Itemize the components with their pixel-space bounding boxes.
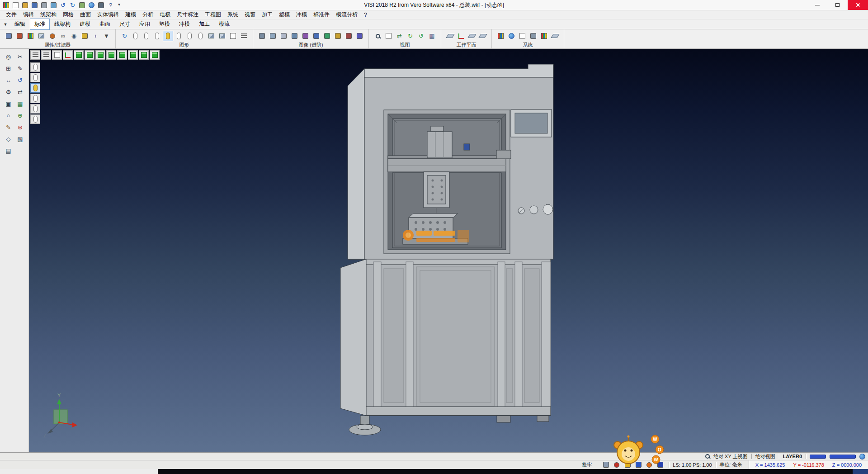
align-workplane-icon[interactable]: [467, 31, 477, 41]
magnet-icon[interactable]: [47, 31, 57, 41]
material-icon[interactable]: [344, 31, 354, 41]
tab-standard[interactable]: 标准: [30, 19, 50, 30]
advanced-display-icon[interactable]: [354, 31, 365, 41]
lock-toggle[interactable]: 拴牢: [579, 461, 594, 469]
tab-edit[interactable]: 编辑: [10, 19, 30, 30]
3d-viewport[interactable]: Y Z: [29, 49, 868, 452]
redo-icon[interactable]: ↻: [68, 1, 77, 9]
print-icon[interactable]: [40, 1, 48, 9]
minimize-button[interactable]: [807, 0, 827, 10]
workplane-axes-icon[interactable]: [456, 31, 466, 41]
filter-dims-icon[interactable]: [30, 114, 40, 124]
menu-die[interactable]: 冲模: [293, 10, 310, 19]
globe-icon[interactable]: [506, 31, 517, 41]
edit-icon[interactable]: ✎: [15, 63, 26, 74]
cylinder-filter-icon[interactable]: [130, 31, 141, 41]
menu-system[interactable]: 系统: [224, 10, 241, 19]
section-view-icon[interactable]: [289, 31, 300, 41]
machine-3d-model[interactable]: [29, 49, 868, 452]
tab-machining[interactable]: 加工: [194, 19, 214, 30]
world-icon[interactable]: [87, 1, 96, 9]
tab-die[interactable]: 冲模: [175, 19, 194, 30]
axonometric-view-icon[interactable]: [150, 50, 160, 60]
zoom-window-icon[interactable]: [383, 31, 394, 41]
filter-points-icon[interactable]: [30, 62, 40, 72]
solid-box-icon[interactable]: ▣: [3, 99, 14, 109]
close-button[interactable]: [848, 0, 868, 10]
move-icon[interactable]: ↔: [3, 75, 14, 85]
active-cylinder-filter-icon[interactable]: [163, 31, 173, 41]
display-settings-icon[interactable]: [517, 31, 528, 41]
undo-icon[interactable]: ↺: [15, 75, 26, 85]
paint-attributes-icon[interactable]: [80, 31, 90, 41]
rotate-view-icon[interactable]: ↻: [405, 31, 415, 41]
menu-solid-edit[interactable]: 实体编辑: [94, 10, 122, 19]
iso-view-icon[interactable]: [74, 50, 84, 60]
tab-mold[interactable]: 塑模: [155, 19, 175, 30]
properties-icon[interactable]: [4, 31, 14, 41]
taskbar-button[interactable]: [853, 469, 868, 474]
filter-options-icon[interactable]: ▼: [101, 31, 112, 41]
select-icon[interactable]: ◎: [3, 52, 14, 62]
cylinder-filter-icon[interactable]: [174, 31, 184, 41]
help-icon[interactable]: ?: [106, 1, 115, 9]
regen-icon[interactable]: ↻: [119, 31, 130, 41]
top-view-icon[interactable]: [85, 50, 94, 60]
menu-mold[interactable]: 塑模: [276, 10, 293, 19]
filter-meshes-icon[interactable]: [30, 104, 40, 114]
layer-filter-icon[interactable]: [36, 31, 47, 41]
entity-list-icon[interactable]: [41, 50, 51, 60]
shade-icon[interactable]: ▧: [15, 134, 26, 144]
menu-flow-analysis[interactable]: 模流分析: [333, 10, 361, 19]
open-file-icon[interactable]: [21, 1, 29, 9]
zoom-fit-icon[interactable]: [373, 31, 383, 41]
hidden-line-icon[interactable]: [278, 31, 289, 41]
wireframe-view-icon[interactable]: [268, 31, 278, 41]
tab-surface[interactable]: 曲面: [95, 19, 115, 30]
checker-icon[interactable]: [539, 31, 549, 41]
menu-machining[interactable]: 加工: [259, 10, 276, 19]
filter-solids-icon[interactable]: [30, 83, 40, 93]
tab-dimension[interactable]: 尺寸: [115, 19, 135, 30]
menu-help[interactable]: ?: [361, 11, 370, 19]
tab-wireframe[interactable]: 线架构: [50, 19, 75, 30]
element-filter-icon[interactable]: [25, 31, 36, 41]
mesh-icon[interactable]: ▦: [15, 99, 26, 109]
back-view-icon[interactable]: [128, 50, 138, 60]
twin-cylinder-icon[interactable]: [195, 31, 206, 41]
swap-icon[interactable]: ⇄: [15, 87, 26, 97]
chain-select-icon[interactable]: ∞: [58, 31, 68, 41]
group-icon[interactable]: [206, 31, 217, 41]
menu-analysis[interactable]: 分析: [139, 10, 156, 19]
hatch-icon[interactable]: ▤: [3, 146, 14, 156]
cylinder-filter-icon[interactable]: [152, 31, 162, 41]
display-list-icon[interactable]: [239, 31, 249, 41]
origin-workplane-icon[interactable]: [477, 31, 488, 41]
right-view-icon[interactable]: [106, 50, 116, 60]
app-logo-icon[interactable]: [2, 1, 10, 9]
quick-select-icon[interactable]: +: [90, 31, 101, 41]
tab-application[interactable]: 应用: [135, 19, 155, 30]
menu-surface[interactable]: 曲面: [77, 10, 94, 19]
workplane-icon[interactable]: [445, 31, 455, 41]
filter-surfaces-icon[interactable]: [30, 94, 40, 103]
maximize-button[interactable]: [827, 0, 848, 10]
transparency-icon[interactable]: [333, 31, 343, 41]
render-icon[interactable]: [300, 31, 311, 41]
slanted-plane-icon[interactable]: [550, 31, 560, 41]
diamond-icon[interactable]: ◇: [3, 134, 14, 144]
menu-wireframe[interactable]: 线架构: [37, 10, 60, 19]
settings-icon[interactable]: ⚙: [3, 87, 14, 97]
bottom-view-icon[interactable]: [139, 50, 149, 60]
view-mode[interactable]: 绝对视图: [755, 453, 775, 460]
tab-dropdown-chevron[interactable]: ▼: [1, 20, 10, 28]
sketch-icon[interactable]: ✎: [3, 122, 14, 133]
color-palette-icon[interactable]: [495, 31, 506, 41]
cut-icon[interactable]: ✂: [15, 52, 26, 62]
redraw-icon[interactable]: ▦: [427, 31, 437, 41]
shaded-view-icon[interactable]: [257, 31, 267, 41]
bounding-box-icon[interactable]: [228, 31, 238, 41]
twin-cylinder-icon[interactable]: [184, 31, 195, 41]
tab-flow[interactable]: 模流: [214, 19, 234, 30]
sphere-icon[interactable]: ○: [3, 110, 14, 121]
